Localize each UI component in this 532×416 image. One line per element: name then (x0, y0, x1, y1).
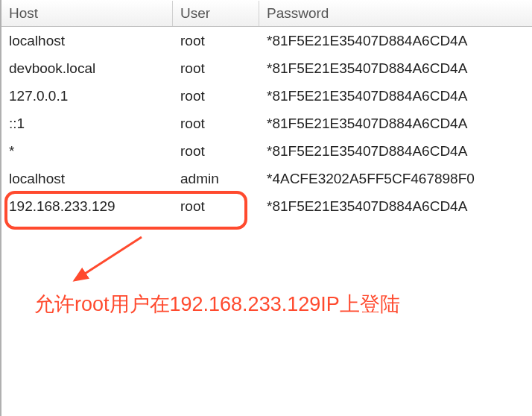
column-header-password[interactable]: Password (259, 1, 532, 26)
cell-user[interactable]: root (173, 85, 259, 107)
table-header: Host User Password (1, 0, 532, 27)
cell-password[interactable]: *81F5E21E35407D884A6CD4A (259, 30, 532, 52)
column-header-user[interactable]: User (173, 1, 259, 26)
cell-user[interactable]: admin (173, 168, 259, 190)
cell-host[interactable]: 192.168.233.129 (1, 195, 173, 218)
cell-host[interactable]: 127.0.0.1 (1, 85, 173, 107)
cell-host[interactable]: devbook.local (1, 57, 173, 80)
table-body: localhost root *81F5E21E35407D884A6CD4A … (1, 27, 532, 220)
table-row[interactable]: devbook.local root *81F5E21E35407D884A6C… (1, 54, 532, 82)
cell-password[interactable]: *81F5E21E35407D884A6CD4A (259, 85, 532, 107)
cell-password[interactable]: *4ACFE3202A5FF5CF467898F0 (259, 168, 532, 190)
table-row[interactable]: localhost root *81F5E21E35407D884A6CD4A (1, 27, 532, 54)
cell-user[interactable]: root (173, 113, 259, 135)
cell-host[interactable]: localhost (1, 168, 173, 190)
cell-user[interactable]: root (173, 30, 259, 52)
table-row[interactable]: localhost admin *4ACFE3202A5FF5CF467898F… (1, 165, 532, 192)
cell-password[interactable]: *81F5E21E35407D884A6CD4A (259, 140, 532, 163)
cell-user[interactable]: root (173, 57, 259, 80)
cell-password[interactable]: *81F5E21E35407D884A6CD4A (259, 113, 532, 135)
table-row[interactable]: 192.168.233.129 root *81F5E21E35407D884A… (1, 192, 532, 220)
table-row[interactable]: * root *81F5E21E35407D884A6CD4A (1, 137, 532, 165)
user-table: Host User Password localhost root *81F5E… (0, 0, 532, 416)
table-row[interactable]: 127.0.0.1 root *81F5E21E35407D884A6CD4A (1, 82, 532, 110)
cell-host[interactable]: ::1 (1, 113, 173, 135)
cell-user[interactable]: root (173, 195, 259, 218)
cell-host[interactable]: * (1, 140, 173, 163)
column-header-host[interactable]: Host (1, 1, 173, 26)
table-row[interactable]: ::1 root *81F5E21E35407D884A6CD4A (1, 110, 532, 137)
cell-user[interactable]: root (173, 140, 259, 163)
cell-host[interactable]: localhost (1, 30, 173, 52)
annotation-text: 允许root用户在192.168.233.129IP上登陆 (34, 291, 400, 318)
cell-password[interactable]: *81F5E21E35407D884A6CD4A (259, 195, 532, 218)
cell-password[interactable]: *81F5E21E35407D884A6CD4A (259, 57, 532, 80)
